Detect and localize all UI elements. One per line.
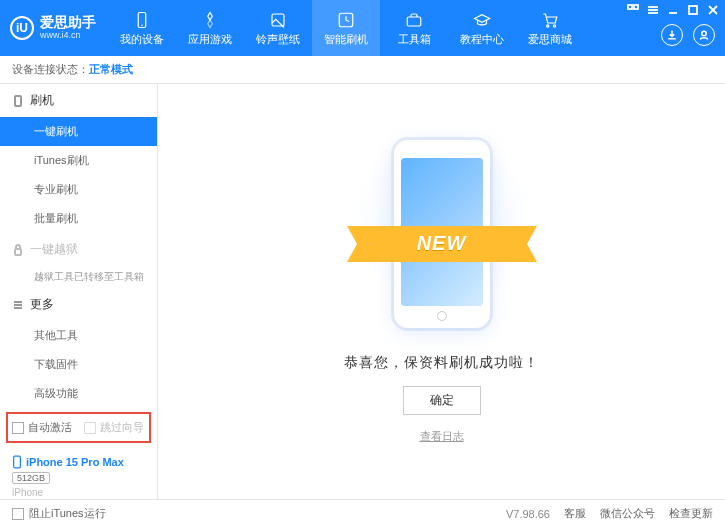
svg-rect-4: [407, 17, 421, 26]
nav-store[interactable]: 爱思商城: [516, 0, 584, 56]
phone-small-icon: [12, 95, 24, 107]
status-label: 设备连接状态：: [12, 62, 89, 77]
main-content: NEW 恭喜您，保资料刷机成功啦！ 确定 查看日志: [158, 84, 725, 499]
svg-rect-7: [628, 5, 632, 9]
maximize-icon[interactable]: [687, 4, 699, 16]
ok-button[interactable]: 确定: [403, 386, 481, 415]
flash-icon: [336, 10, 356, 30]
new-badge: NEW: [361, 226, 523, 262]
checkbox-block-itunes[interactable]: 阻止iTunes运行: [12, 506, 106, 521]
app-subtitle: www.i4.cn: [40, 31, 96, 41]
svg-point-5: [547, 24, 549, 26]
grad-cap-icon: [472, 10, 492, 30]
nav-my-device[interactable]: 我的设备: [108, 0, 176, 56]
main-nav: 我的设备 应用游戏 铃声壁纸 智能刷机 工具箱 教程中心 爱思商城: [108, 0, 584, 56]
version-label: V7.98.66: [506, 508, 550, 520]
svg-rect-18: [15, 249, 21, 255]
device-type: iPhone: [12, 487, 145, 498]
view-log-link[interactable]: 查看日志: [420, 429, 464, 444]
highlighted-options: 自动激活 跳过向导: [6, 412, 151, 443]
list-icon: [12, 299, 24, 311]
nav-flash[interactable]: 智能刷机: [312, 0, 380, 56]
sidebar: 刷机 一键刷机 iTunes刷机 专业刷机 批量刷机 一键越狱 越狱工具已转移至…: [0, 84, 158, 499]
sidebar-group-jailbreak: 一键越狱: [0, 233, 157, 266]
user-button[interactable]: [693, 24, 715, 46]
device-name[interactable]: iPhone 15 Pro Max: [12, 455, 145, 469]
success-illustration: NEW: [357, 140, 527, 340]
sidebar-item-batch-flash[interactable]: 批量刷机: [0, 204, 157, 233]
svg-rect-8: [634, 5, 638, 9]
sidebar-item-pro-flash[interactable]: 专业刷机: [0, 175, 157, 204]
sidebar-item-oneclick-flash[interactable]: 一键刷机: [0, 117, 157, 146]
sidebar-item-itunes-flash[interactable]: iTunes刷机: [0, 146, 157, 175]
svg-rect-22: [14, 456, 21, 468]
device-storage: 512GB: [12, 472, 50, 484]
svg-point-16: [702, 31, 707, 36]
footer-check-update[interactable]: 检查更新: [669, 506, 713, 521]
sidebar-group-more[interactable]: 更多: [0, 288, 157, 321]
checkbox-skip-guide: 跳过向导: [84, 420, 144, 435]
nav-ringtones[interactable]: 铃声壁纸: [244, 0, 312, 56]
device-info: iPhone 15 Pro Max 512GB iPhone: [0, 447, 157, 499]
nav-toolbox[interactable]: 工具箱: [380, 0, 448, 56]
sidebar-item-other-tools[interactable]: 其他工具: [0, 321, 157, 350]
minimize-icon[interactable]: [667, 4, 679, 16]
wallpaper-icon: [268, 10, 288, 30]
checkbox-auto-activate[interactable]: 自动激活: [12, 420, 72, 435]
menu-icon[interactable]: [647, 4, 659, 16]
svg-point-6: [553, 24, 555, 26]
footer-support[interactable]: 客服: [564, 506, 586, 521]
header-actions: [661, 24, 715, 46]
app-title: 爱思助手: [40, 15, 96, 30]
svg-rect-2: [272, 14, 284, 26]
lock-icon: [12, 244, 24, 256]
footer: 阻止iTunes运行 V7.98.66 客服 微信公众号 检查更新: [0, 499, 725, 527]
nav-apps-games[interactable]: 应用游戏: [176, 0, 244, 56]
apps-icon: [200, 10, 220, 30]
status-bar: 设备连接状态： 正常模式: [0, 56, 725, 84]
svg-rect-13: [689, 6, 697, 14]
nav-tutorials[interactable]: 教程中心: [448, 0, 516, 56]
window-controls: [627, 4, 719, 16]
status-mode: 正常模式: [89, 62, 133, 77]
close-icon[interactable]: [707, 4, 719, 16]
phone-icon: [132, 10, 152, 30]
sidebar-group-flash[interactable]: 刷机: [0, 84, 157, 117]
sidebar-item-advanced[interactable]: 高级功能: [0, 379, 157, 408]
svg-rect-17: [15, 96, 21, 106]
logo-area: iU 爱思助手 www.i4.cn: [0, 15, 108, 40]
success-message: 恭喜您，保资料刷机成功啦！: [344, 354, 539, 372]
download-button[interactable]: [661, 24, 683, 46]
toolbox-icon: [404, 10, 424, 30]
sidebar-jailbreak-info: 越狱工具已转移至工具箱: [0, 266, 157, 288]
footer-wechat[interactable]: 微信公众号: [600, 506, 655, 521]
device-icon: [12, 455, 22, 469]
logo-icon: iU: [10, 16, 34, 40]
app-header: iU 爱思助手 www.i4.cn 我的设备 应用游戏 铃声壁纸 智能刷机 工具…: [0, 0, 725, 56]
sidebar-item-download-firmware[interactable]: 下载固件: [0, 350, 157, 379]
settings-icon[interactable]: [627, 4, 639, 16]
cart-icon: [540, 10, 560, 30]
